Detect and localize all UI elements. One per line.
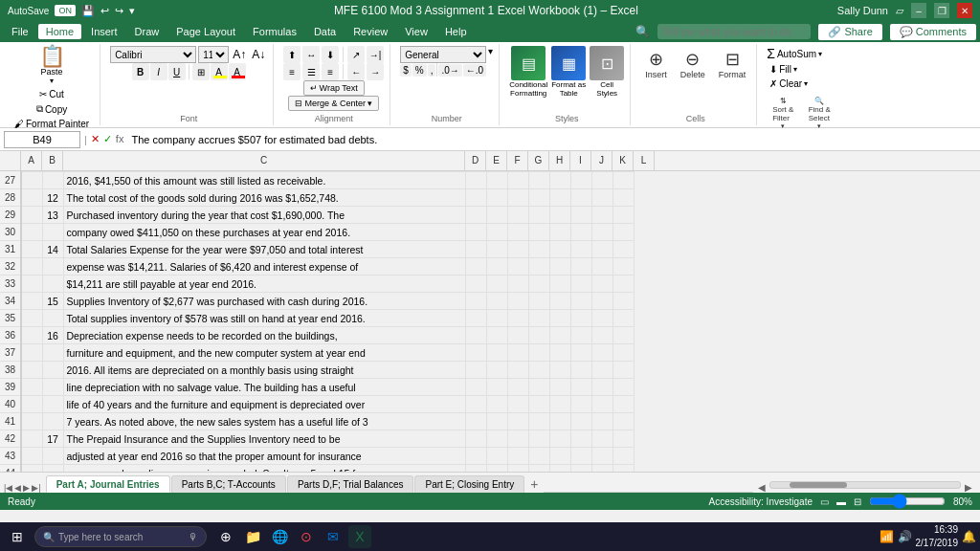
cell-I[interactable] <box>570 258 591 276</box>
minimize-button[interactable]: – <box>911 3 926 18</box>
cell-B[interactable] <box>42 413 63 430</box>
cell-I[interactable] <box>570 362 591 379</box>
cell-K[interactable] <box>612 344 634 362</box>
align-center-button[interactable]: ☰ <box>302 63 320 80</box>
find-dropdown-icon[interactable]: ▾ <box>817 122 821 130</box>
cell-C[interactable]: The Prepaid Insurance and the Supplies I… <box>63 430 465 448</box>
cell-J[interactable] <box>591 396 612 413</box>
sheet-tab-journal[interactable]: Part A; Journal Entries <box>46 475 170 493</box>
cell-J[interactable] <box>591 310 612 327</box>
cell-G[interactable] <box>528 189 549 207</box>
cell-B[interactable]: 16 <box>42 327 63 344</box>
cell-F[interactable] <box>507 207 528 224</box>
sort-filter-button[interactable]: ⇅ Sort &Filter ▾ <box>767 94 799 133</box>
increase-font-button[interactable]: A↑ <box>231 48 248 61</box>
cell-A[interactable] <box>21 276 42 293</box>
cell-G[interactable] <box>528 258 549 276</box>
share-button[interactable]: 🔗 Share <box>818 24 881 40</box>
cell-F[interactable] <box>507 465 528 473</box>
cell-K[interactable] <box>612 189 634 207</box>
cell-G[interactable] <box>528 241 549 258</box>
cell-C[interactable]: company owed $411,050 on these purchases… <box>63 224 465 241</box>
cell-K[interactable] <box>612 396 634 413</box>
cell-K[interactable] <box>612 448 634 465</box>
cell-H[interactable] <box>549 172 570 189</box>
cell-C[interactable]: furniture and equipment, and the new com… <box>63 344 465 362</box>
cell-J[interactable] <box>591 241 612 258</box>
cell-E[interactable] <box>486 224 507 241</box>
cell-D[interactable] <box>465 344 486 362</box>
cell-F[interactable] <box>507 293 528 310</box>
cell-E[interactable] <box>486 258 507 276</box>
cell-K[interactable] <box>612 327 634 344</box>
row-number[interactable]: 42 <box>0 430 21 448</box>
cell-E[interactable] <box>486 430 507 448</box>
clear-dropdown-icon[interactable]: ▾ <box>804 79 808 88</box>
wrap-text-button[interactable]: ↵ Wrap Text <box>303 80 365 96</box>
menu-file[interactable]: File <box>4 24 36 39</box>
paste-dropdown[interactable]: ▾ <box>50 77 54 85</box>
cell-H[interactable] <box>549 396 570 413</box>
cell-D[interactable] <box>465 310 486 327</box>
autosave-toggle[interactable]: ON <box>55 5 76 16</box>
menu-formulas[interactable]: Formulas <box>245 24 304 39</box>
col-header-J[interactable]: J <box>591 151 612 170</box>
cell-B[interactable] <box>42 258 63 276</box>
cell-B[interactable]: 14 <box>42 241 63 258</box>
cell-K[interactable] <box>612 276 634 293</box>
cell-B[interactable]: 15 <box>42 293 63 310</box>
cell-G[interactable] <box>528 413 549 430</box>
cell-J[interactable] <box>591 172 612 189</box>
cell-F[interactable] <box>507 172 528 189</box>
menu-page-layout[interactable]: Page Layout <box>168 24 243 39</box>
col-header-E[interactable]: E <box>486 151 507 170</box>
insert-function-button[interactable]: fx <box>116 133 124 145</box>
conditional-formatting-button[interactable]: ▤ ConditionalFormatting <box>509 46 547 98</box>
cell-H[interactable] <box>549 344 570 362</box>
cell-J[interactable] <box>591 379 612 396</box>
cell-E[interactable] <box>486 344 507 362</box>
menu-data[interactable]: Data <box>306 24 344 39</box>
align-left-button[interactable]: ≡ <box>283 63 301 80</box>
cell-J[interactable] <box>591 224 612 241</box>
cell-A[interactable] <box>21 293 42 310</box>
row-number[interactable]: 35 <box>0 310 21 327</box>
insert-button[interactable]: ⊕ Insert <box>640 46 672 82</box>
bold-button[interactable]: B <box>132 63 149 80</box>
page-break-view-icon[interactable]: ⊟ <box>854 496 861 507</box>
cell-G[interactable] <box>528 327 549 344</box>
cell-D[interactable] <box>465 362 486 379</box>
font-name-select[interactable]: Calibri <box>110 46 196 63</box>
format-button[interactable]: ⊟ Format <box>714 46 751 82</box>
cell-D[interactable] <box>465 189 486 207</box>
cell-K[interactable] <box>612 207 634 224</box>
cell-A[interactable] <box>21 310 42 327</box>
fill-dropdown-icon[interactable]: ▾ <box>793 65 797 74</box>
cell-G[interactable] <box>528 344 549 362</box>
normal-view-icon[interactable]: ▭ <box>820 496 829 507</box>
cell-I[interactable] <box>570 430 591 448</box>
cell-I[interactable] <box>570 189 591 207</box>
restore-button[interactable]: ❐ <box>934 3 949 18</box>
cell-A[interactable] <box>21 207 42 224</box>
ribbon-display-icon[interactable]: ▱ <box>896 5 903 17</box>
cell-A[interactable] <box>21 189 42 207</box>
cell-D[interactable] <box>465 241 486 258</box>
cell-D[interactable] <box>465 172 486 189</box>
cell-A[interactable] <box>21 430 42 448</box>
cell-F[interactable] <box>507 241 528 258</box>
number-format-select[interactable]: General <box>400 46 486 63</box>
row-number[interactable]: 28 <box>0 189 21 207</box>
cell-I[interactable] <box>570 344 591 362</box>
cell-D[interactable] <box>465 224 486 241</box>
cell-A[interactable] <box>21 362 42 379</box>
cell-C[interactable]: adjusted at year end 2016 so that the pr… <box>63 448 465 465</box>
cell-J[interactable] <box>591 413 612 430</box>
cell-G[interactable] <box>528 224 549 241</box>
align-right-button[interactable]: ≡ <box>322 63 339 80</box>
cell-D[interactable] <box>465 276 486 293</box>
scroll-left-icon[interactable]: ◀ <box>758 482 766 493</box>
cell-D[interactable] <box>465 293 486 310</box>
row-number[interactable]: 40 <box>0 396 21 413</box>
cell-F[interactable] <box>507 448 528 465</box>
